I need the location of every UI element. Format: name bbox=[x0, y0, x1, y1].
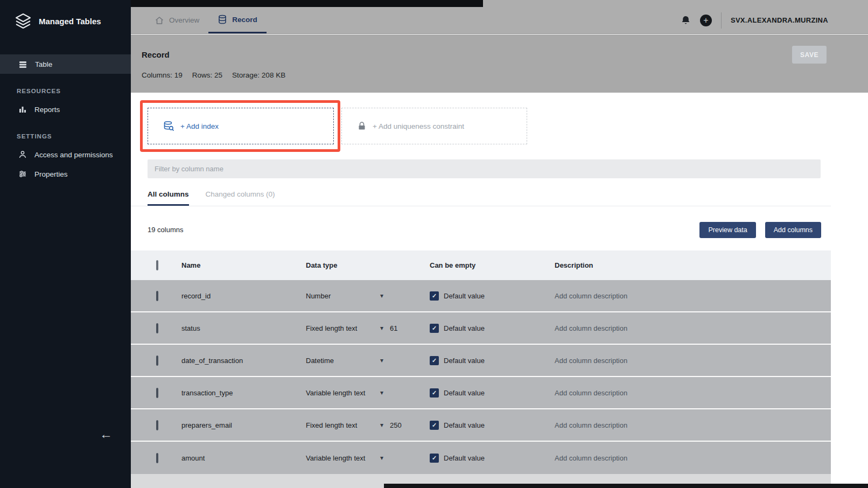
save-button[interactable]: SAVE bbox=[792, 46, 827, 64]
chevron-down-icon: ▾ bbox=[380, 292, 383, 299]
check-icon: ✓ bbox=[432, 455, 437, 462]
chevron-down-icon: ▾ bbox=[380, 454, 383, 462]
select-all-checkbox[interactable] bbox=[156, 260, 158, 270]
table-row: amount Variable length text ▾ ✓ Default … bbox=[131, 442, 831, 474]
sidebar-item-label: Reports bbox=[34, 106, 60, 114]
row-checkbox[interactable] bbox=[156, 453, 158, 463]
tab-label: Record bbox=[232, 16, 257, 24]
stat-columns: Columns: 19 bbox=[142, 71, 183, 79]
data-type-select[interactable]: Variable length text ▾ bbox=[306, 454, 430, 462]
preview-data-button[interactable]: Preview data bbox=[699, 222, 755, 238]
bottom-edge-strip bbox=[384, 484, 868, 488]
data-type-select[interactable]: Fixed length text ▾ 250 bbox=[306, 421, 430, 429]
default-value-label: Default value bbox=[444, 357, 485, 365]
check-icon: ✓ bbox=[432, 292, 437, 299]
add-uniqueness-label: + Add uniqueness constraint bbox=[373, 122, 464, 130]
check-icon: ✓ bbox=[432, 389, 437, 396]
tab-changed-columns[interactable]: Changed columns (0) bbox=[206, 190, 275, 206]
page-header: Record Columns: 19 Rows: 25 Storage: 208… bbox=[131, 34, 868, 93]
home-icon bbox=[155, 16, 164, 25]
add-description-link[interactable]: Add column description bbox=[555, 421, 831, 429]
add-plus-icon[interactable]: + bbox=[700, 15, 712, 26]
check-icon: ✓ bbox=[432, 357, 437, 364]
columns-count: 19 columns bbox=[148, 226, 183, 234]
app-logo-icon bbox=[14, 12, 32, 30]
column-name: preparers_email bbox=[181, 421, 306, 429]
length-value[interactable]: 250 bbox=[390, 421, 402, 429]
length-value[interactable]: 61 bbox=[390, 324, 397, 332]
row-checkbox[interactable] bbox=[156, 323, 158, 333]
default-value-label: Default value bbox=[444, 454, 485, 462]
row-checkbox[interactable] bbox=[156, 355, 158, 366]
user-menu[interactable]: SVX.ALEXANDRA.MURZINA bbox=[731, 16, 828, 24]
filter-column-input[interactable] bbox=[148, 159, 821, 178]
stat-storage: Storage: 208 KB bbox=[232, 71, 285, 79]
data-type-select[interactable]: Variable length text ▾ bbox=[306, 389, 430, 397]
check-icon: ✓ bbox=[432, 325, 437, 332]
table-icon bbox=[18, 60, 27, 69]
add-index-button[interactable]: + Add index bbox=[148, 108, 334, 144]
database-icon bbox=[218, 15, 227, 24]
can-be-empty-checkbox[interactable]: ✓ bbox=[430, 421, 439, 430]
page-title: Record bbox=[142, 50, 170, 59]
column-tabs: All columns Changed columns (0) bbox=[131, 190, 831, 206]
notifications-bell-icon[interactable] bbox=[681, 15, 691, 26]
can-be-empty-checkbox[interactable]: ✓ bbox=[430, 454, 439, 463]
table-row: status Fixed length text ▾ 61 ✓ Default … bbox=[131, 312, 831, 345]
tab-record[interactable]: Record bbox=[208, 7, 267, 33]
lock-icon bbox=[357, 121, 367, 131]
user-icon bbox=[18, 150, 27, 159]
add-description-link[interactable]: Add column description bbox=[555, 454, 831, 462]
row-checkbox[interactable] bbox=[156, 291, 158, 301]
table-row: transaction_type Variable length text ▾ … bbox=[131, 377, 831, 409]
data-type-select[interactable]: Fixed length text ▾ 61 bbox=[306, 324, 430, 332]
toolbar-buttons: Preview data Add columns bbox=[699, 222, 821, 238]
can-be-empty-checkbox[interactable]: ✓ bbox=[430, 291, 439, 301]
add-columns-button[interactable]: Add columns bbox=[765, 222, 821, 238]
add-description-link[interactable]: Add column description bbox=[555, 292, 831, 300]
chevron-down-icon: ▾ bbox=[380, 421, 383, 429]
column-header-name: Name bbox=[181, 261, 306, 269]
column-header-can-be-empty: Can be empty bbox=[430, 261, 555, 269]
add-description-link[interactable]: Add column description bbox=[555, 389, 831, 397]
default-value-label: Default value bbox=[444, 292, 485, 300]
can-be-empty-checkbox[interactable]: ✓ bbox=[430, 324, 439, 333]
column-header-data-type: Data type bbox=[306, 261, 430, 269]
sidebar-item-properties[interactable]: Properties bbox=[0, 164, 131, 184]
chevron-down-icon: ▾ bbox=[380, 324, 383, 332]
sidebar-item-reports[interactable]: Reports bbox=[0, 100, 131, 119]
sidebar: Managed Tables Table RESOURCES Reports S… bbox=[0, 0, 131, 488]
sidebar-item-table[interactable]: Table bbox=[0, 54, 131, 74]
topbar-right: + SVX.ALEXANDRA.MURZINA bbox=[681, 12, 868, 29]
add-uniqueness-constraint-button[interactable]: + Add uniqueness constraint bbox=[341, 108, 527, 144]
add-index-label: + Add index bbox=[180, 122, 219, 130]
main-panel: + Add index + Add uniqueness constraint … bbox=[131, 93, 868, 474]
sidebar-item-access-permissions[interactable]: Access and permissions bbox=[0, 145, 131, 164]
column-header-description: Description bbox=[555, 261, 831, 269]
app-title: Managed Tables bbox=[39, 17, 101, 26]
divider bbox=[721, 12, 722, 29]
tab-all-columns[interactable]: All columns bbox=[148, 190, 189, 206]
collapse-sidebar-button[interactable]: ← bbox=[100, 427, 113, 442]
row-checkbox[interactable] bbox=[156, 420, 158, 430]
bar-chart-icon bbox=[18, 105, 27, 114]
can-be-empty-checkbox[interactable]: ✓ bbox=[430, 356, 439, 365]
sidebar-item-label: Table bbox=[35, 60, 52, 68]
sidebar-section-settings: SETTINGS bbox=[0, 133, 131, 140]
chevron-down-icon: ▾ bbox=[380, 357, 383, 364]
stat-rows: Rows: 25 bbox=[192, 71, 222, 79]
data-type-select[interactable]: Number ▾ bbox=[306, 292, 430, 300]
table-row: preparers_email Fixed length text ▾ 250 … bbox=[131, 409, 831, 442]
add-description-link[interactable]: Add column description bbox=[555, 357, 831, 365]
chevron-down-icon: ▾ bbox=[380, 389, 383, 396]
top-edge-strip bbox=[131, 0, 483, 7]
default-value-label: Default value bbox=[444, 389, 485, 397]
row-checkbox[interactable] bbox=[156, 388, 158, 398]
data-type-select[interactable]: Datetime ▾ bbox=[306, 357, 430, 365]
can-be-empty-checkbox[interactable]: ✓ bbox=[430, 388, 439, 398]
tab-overview[interactable]: Overview bbox=[145, 7, 208, 33]
column-name: transaction_type bbox=[181, 389, 306, 397]
add-description-link[interactable]: Add column description bbox=[555, 324, 831, 332]
column-name: date_of_transaction bbox=[181, 357, 306, 365]
default-value-label: Default value bbox=[444, 324, 485, 332]
